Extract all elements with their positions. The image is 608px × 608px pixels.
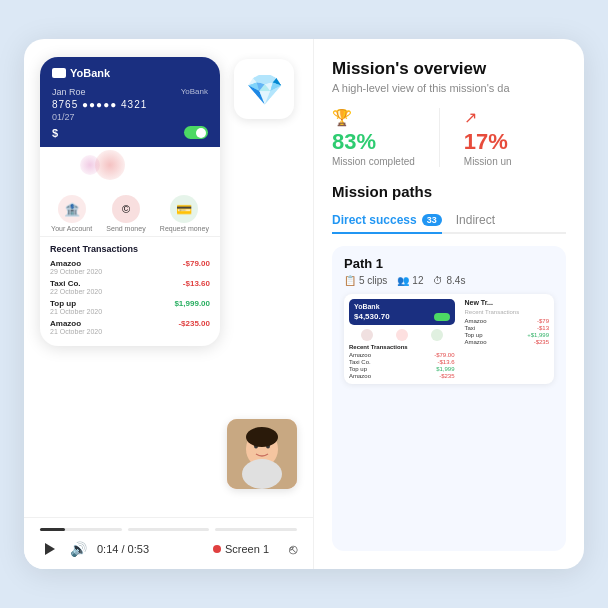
progress-bars <box>40 528 297 531</box>
stat-percent-uncompleted: 17% <box>464 129 512 155</box>
progress-track-3 <box>215 528 297 531</box>
play-icon <box>45 543 55 555</box>
send-label: Send money <box>106 225 145 232</box>
transactions-section: Recent Transactions Amazoo29 October 202… <box>40 237 220 346</box>
mini-trans-title: Recent Transactions <box>349 344 455 350</box>
card-amount-row: $ <box>52 126 208 139</box>
mission-subtitle: A high-level view of this mission's da <box>332 82 566 94</box>
right-panel: Mission's overview A high-level view of … <box>314 39 584 569</box>
person-face <box>227 419 297 489</box>
request-label: Request money <box>160 225 209 232</box>
tabs-row: Direct success 33 Indirect <box>332 208 566 234</box>
mini-trans-row-r: Amazoo -$235 <box>465 339 550 345</box>
path-card-meta: 📋 5 clips 👥 12 ⏱ 8.4s <box>344 275 554 286</box>
bank-logo-icon <box>52 68 66 78</box>
phone-icon-send[interactable]: © Send money <box>106 195 145 232</box>
mini-amount: $4,530.70 <box>354 312 390 321</box>
mini-phone-right: New Tr... Recent Transactions Amazoo -$7… <box>460 294 555 384</box>
sketch-icon-box: 💎 <box>234 59 294 119</box>
path-card-title: Path 1 <box>344 256 554 271</box>
card-number: 8765 ●●●●● 4321 <box>52 99 208 110</box>
table-row: Taxi Co.22 October 2020 -$13.60 <box>50 279 210 295</box>
users-icon: 👥 <box>397 275 409 286</box>
stat-uncompleted: ↗ 17% Mission un <box>464 108 512 167</box>
screen-label: Screen 1 <box>225 543 269 555</box>
mini-trans-row: Amazoo -$235 <box>349 373 455 379</box>
trophy-icon: 🏆 <box>332 108 415 127</box>
svg-point-2 <box>242 459 282 489</box>
table-row: Amazoo29 October 2020 -$79.00 <box>50 259 210 275</box>
tab-direct-success-label: Direct success <box>332 213 417 227</box>
clips-value: 5 clips <box>359 275 387 286</box>
tab-indirect-label: Indirect <box>456 213 495 227</box>
bottom-bar: 🔊 0:14 / 0:53 Screen 1 ⎋ <box>24 517 313 569</box>
time-display: 0:14 / 0:53 <box>97 543 149 555</box>
person-svg <box>227 419 297 489</box>
red-dot <box>213 545 221 553</box>
tab-direct-success-badge: 33 <box>422 214 442 226</box>
toggle-button[interactable] <box>184 126 208 139</box>
stat-percent-completed: 83% <box>332 129 415 155</box>
card-expiry: 01/27 <box>52 112 208 122</box>
play-button[interactable] <box>40 539 60 559</box>
meta-users: 👥 12 <box>397 275 423 286</box>
phone-icon-request[interactable]: 💳 Request money <box>160 195 209 232</box>
phone-icon-account[interactable]: 🏦 Your Account <box>51 195 92 232</box>
volume-icon[interactable]: 🔊 <box>70 541 87 557</box>
bank-logo-row: YoBank <box>52 67 208 79</box>
card-amount: $ <box>52 127 58 139</box>
progress-track-1 <box>40 528 122 531</box>
share-icon[interactable]: ⎋ <box>289 541 297 557</box>
card-holder: Jan Roe YoBank <box>52 87 208 97</box>
mini-trans-row: Taxi Co. -$13.6 <box>349 359 455 365</box>
account-label: Your Account <box>51 225 92 232</box>
bank-name: YoBank <box>70 67 110 79</box>
tab-indirect[interactable]: Indirect <box>456 208 495 234</box>
meta-time: ⏱ 8.4s <box>433 275 465 286</box>
mini-trans-row-r: Top up +$1,999 <box>465 332 550 338</box>
mission-title: Mission's overview <box>332 59 566 79</box>
users-value: 12 <box>412 275 423 286</box>
blob-red <box>95 150 125 180</box>
stat-label-completed: Mission completed <box>332 156 415 167</box>
progress-fill-1 <box>40 528 65 531</box>
mini-icon-3 <box>431 329 443 341</box>
account-icon: 🏦 <box>58 195 86 223</box>
tab-direct-success[interactable]: Direct success 33 <box>332 208 442 234</box>
stat-label-uncompleted: Mission un <box>464 156 512 167</box>
meta-clips: 📋 5 clips <box>344 275 387 286</box>
stat-completed: 🏆 83% Mission completed <box>332 108 415 167</box>
target-icon: ↗ <box>464 108 512 127</box>
mini-trans-row-r: Amazoo -$79 <box>465 318 550 324</box>
main-card: YoBank Jan Roe YoBank 8765 ●●●●● 4321 01… <box>24 39 584 569</box>
phone-mockup: YoBank Jan Roe YoBank 8765 ●●●●● 4321 01… <box>40 57 220 346</box>
left-panel: YoBank Jan Roe YoBank 8765 ●●●●● 4321 01… <box>24 39 314 569</box>
mini-bank-header: YoBank $4,530.70 <box>349 299 455 325</box>
screen-badge: Screen 1 <box>213 543 269 555</box>
send-icon: © <box>112 195 140 223</box>
mini-trans-row-r: Taxi -$13 <box>465 325 550 331</box>
stat-divider <box>439 108 440 167</box>
mini-icon-2 <box>396 329 408 341</box>
phone-icons-row: 🏦 Your Account © Send money 💳 Request mo… <box>40 187 220 237</box>
mini-trans-row: Amazoo -$79.00 <box>349 352 455 358</box>
mission-paths-title: Mission paths <box>332 183 566 200</box>
request-icon: 💳 <box>170 195 198 223</box>
transactions-title: Recent Transactions <box>50 244 210 254</box>
mini-icon-1 <box>361 329 373 341</box>
mini-trans-row: Top up $1,999 <box>349 366 455 372</box>
sketch-icon: 💎 <box>246 72 283 107</box>
person-thumbnail <box>227 419 297 489</box>
time-value: 8.4s <box>446 275 465 286</box>
mini-right-title: New Tr... <box>465 299 550 306</box>
stats-row: 🏆 83% Mission completed ↗ 17% Mission un <box>332 108 566 167</box>
mini-icons <box>349 329 455 341</box>
time-icon: ⏱ <box>433 275 443 286</box>
progress-track-2 <box>128 528 210 531</box>
bank-header: YoBank Jan Roe YoBank 8765 ●●●●● 4321 01… <box>40 57 220 147</box>
mini-phone-preview: YoBank $4,530.70 Recent Transactions Ama <box>344 294 554 384</box>
mini-toggle <box>434 313 450 321</box>
table-row: Amazoo21 October 2020 -$235.00 <box>50 319 210 335</box>
table-row: Top up21 October 2020 $1,999.00 <box>50 299 210 315</box>
icon-blobs <box>40 147 220 187</box>
